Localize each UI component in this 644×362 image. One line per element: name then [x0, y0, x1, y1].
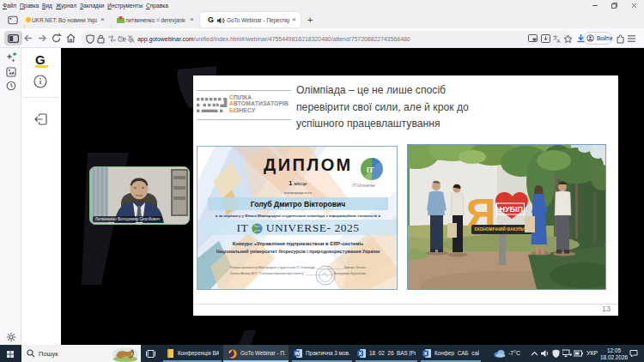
svg-text:X: X — [359, 351, 362, 356]
svg-text:IT: IT — [367, 166, 374, 174]
svg-text:W: W — [295, 351, 300, 356]
svg-text:ЕКОНОМІЧНИЙ ФАКУЛЬТЕТ: ЕКОНОМІЧНИЙ ФАКУЛЬТЕТ — [475, 226, 532, 232]
svg-text:A: A — [557, 39, 561, 44]
svg-text:X: X — [424, 351, 428, 356]
svg-text:НУБІП: НУБІП — [500, 205, 524, 214]
